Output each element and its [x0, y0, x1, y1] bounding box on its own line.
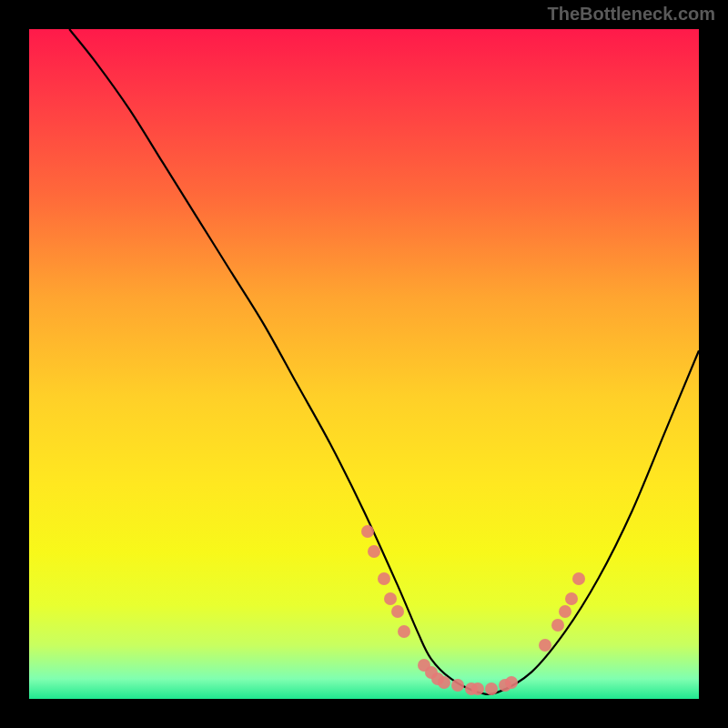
- data-point: [368, 545, 380, 558]
- watermark-text: TheBottleneck.com: [548, 4, 715, 25]
- data-point: [485, 682, 498, 695]
- data-point: [438, 676, 450, 689]
- curve-layer: [29, 29, 699, 699]
- data-point: [471, 682, 484, 695]
- data-point: [384, 592, 397, 605]
- bottleneck-curve: [69, 29, 699, 694]
- data-point: [451, 679, 464, 692]
- data-point: [551, 619, 564, 632]
- data-point: [378, 572, 390, 585]
- data-point: [391, 605, 404, 618]
- data-point: [539, 639, 551, 652]
- data-point: [361, 525, 374, 538]
- data-point: [565, 592, 578, 605]
- data-point: [572, 572, 585, 585]
- data-point: [398, 625, 410, 638]
- data-point: [559, 605, 571, 618]
- plot-area: [29, 29, 699, 699]
- data-point: [505, 676, 518, 689]
